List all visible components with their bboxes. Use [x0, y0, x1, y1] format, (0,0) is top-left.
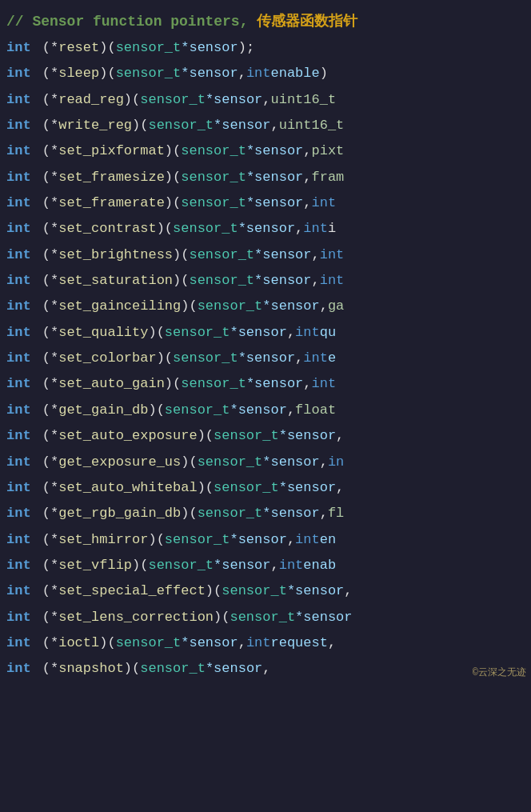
code-line-5: int (*set_pixformat)(sensor_t *sensor, p… — [0, 138, 531, 164]
code-line-19: int (*get_rgb_gain_db)(sensor_t *sensor,… — [0, 501, 531, 526]
code-line-14: int (*set_auto_gain)(sensor_t *sensor, i… — [0, 371, 531, 397]
code-line-13: int (*set_colorbar)(sensor_t *sensor, in… — [0, 346, 531, 371]
code-line-15: int (*get_gain_db)(sensor_t *sensor, flo… — [0, 398, 531, 423]
code-line-8: int (*set_contrast)(sensor_t *sensor, in… — [0, 216, 531, 242]
code-line-22: int (*set_special_effect)(sensor_t *sens… — [0, 578, 531, 604]
keyword-int: int — [6, 38, 31, 58]
code-line-18: int (*set_auto_whitebal)(sensor_t *senso… — [0, 475, 531, 501]
code-line-3: int (*read_reg)(sensor_t *sensor, uint16… — [0, 87, 531, 113]
code-line-11: int (*set_gainceiling)(sensor_t *sensor,… — [0, 294, 531, 319]
code-line-2: int (*sleep)(sensor_t *sensor, int enabl… — [0, 61, 531, 86]
code-line-21: int (*set_vflip)(sensor_t *sensor, int e… — [0, 553, 531, 578]
code-line-12: int (*set_quality)(sensor_t *sensor, int… — [0, 320, 531, 346]
watermark: ©云深之无迹 — [473, 666, 526, 681]
code-line-17: int (*get_exposure_us)(sensor_t *sensor,… — [0, 450, 531, 475]
comment-text: // Sensor function pointers, — [6, 14, 248, 30]
code-line-1: int (*reset)(sensor_t *sensor); — [0, 35, 531, 61]
comment-chinese: 传感器函数指针 — [248, 14, 357, 30]
code-line-10: int (*set_saturation)(sensor_t *sensor, … — [0, 268, 531, 294]
code-line-7: int (*set_framerate)(sensor_t *sensor, i… — [0, 190, 531, 216]
code-line-9: int (*set_brightness)(sensor_t *sensor, … — [0, 242, 531, 268]
code-line-23: int (*set_lens_correction)(sensor_t *sen… — [0, 605, 531, 630]
comment-line: // Sensor function pointers, 传感器函数指针 — [0, 6, 531, 35]
code-line-16: int (*set_auto_exposure)(sensor_t *senso… — [0, 423, 531, 449]
code-container: // Sensor function pointers, 传感器函数指针 int… — [0, 0, 531, 812]
code-line-4: int (*write_reg)(sensor_t *sensor, uint1… — [0, 113, 531, 138]
code-line-25: int (*snapshot)(sensor_t *sensor, ©云深之无迹 — [0, 656, 531, 682]
code-line-24: int (*ioctl)(sensor_t *sensor, int reque… — [0, 630, 531, 656]
code-line-6: int (*set_framesize)(sensor_t *sensor, f… — [0, 165, 531, 190]
code-line-20: int (*set_hmirror)(sensor_t *sensor, int… — [0, 527, 531, 553]
